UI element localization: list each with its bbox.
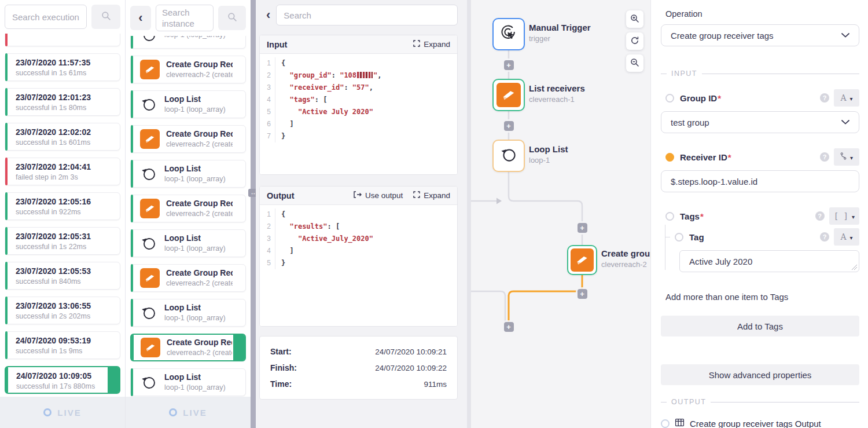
caret-down-icon xyxy=(852,211,855,221)
zoom-in-button[interactable] xyxy=(626,10,643,28)
add-step-button[interactable]: + xyxy=(578,289,587,299)
search-instance-button[interactable] xyxy=(218,6,246,30)
add-more-items-link[interactable]: Add more than one item to Tags xyxy=(665,292,859,302)
code-line: 4 "tags": [ xyxy=(260,94,457,106)
add-step-button[interactable]: + xyxy=(504,60,514,70)
step-subtitle: loop-1 (loop_array) xyxy=(164,174,226,184)
execution-time: 23/07/2020 12:05:31 xyxy=(16,231,106,242)
operation-select[interactable]: Create group receiver tags xyxy=(661,24,859,46)
line-number: 3 xyxy=(260,82,275,94)
refresh-button[interactable] xyxy=(626,32,643,50)
tags-radio[interactable] xyxy=(665,212,674,221)
execution-item[interactable]: 23/07/2020 12:05:16 successful in 922ms xyxy=(5,192,120,220)
group-id-radio[interactable] xyxy=(665,94,674,103)
receiver-id-value: $.steps.loop-1.value.id xyxy=(671,177,757,186)
tag-radio[interactable] xyxy=(675,233,683,242)
add-step-button[interactable]: + xyxy=(504,322,514,332)
resize-grip-icon[interactable] xyxy=(852,265,857,270)
group-id-type-selector[interactable]: A xyxy=(834,89,859,107)
steps-header: ‹ Search instance xyxy=(126,0,251,36)
expand-label: Expand xyxy=(424,40,450,49)
status-bar xyxy=(131,368,133,396)
stat-value: 24/07/2020 10:09:21 xyxy=(375,347,447,356)
collapse-steps-button[interactable]: ‹ xyxy=(266,9,270,21)
status-bar xyxy=(5,158,8,185)
line-number: 4 xyxy=(260,94,275,106)
step-item[interactable]: Create Group Receiver ... cleverreach-2 … xyxy=(130,125,246,153)
cleverreach-icon xyxy=(140,60,160,79)
live-label: LIVE xyxy=(183,408,207,418)
add-step-button[interactable]: + xyxy=(578,223,587,233)
output-tree-root-row[interactable]: Create group receiver tags Output xyxy=(661,418,859,428)
help-icon[interactable] xyxy=(815,211,825,221)
receiver-id-indicator[interactable] xyxy=(665,153,674,162)
step-item[interactable]: Create Group Receiver ... cleverreach-2 … xyxy=(130,56,246,83)
execution-item[interactable]: 24/07/2020 09:53:19 successful in 1s 9ms xyxy=(5,331,120,359)
receiver-id-input[interactable]: $.steps.loop-1.value.id xyxy=(661,170,859,192)
step-item[interactable]: loop-1 (loop_array) xyxy=(130,36,246,49)
use-output-button[interactable]: Use output xyxy=(354,191,403,200)
steps-column: ‹ Search instance loop-1 (loop_array) Cr… xyxy=(126,0,251,428)
tags-type-selector[interactable]: [ ] xyxy=(829,207,859,225)
node-loop-list[interactable] xyxy=(492,140,525,172)
step-item[interactable]: Create Group Receiver ... cleverreach-2 … xyxy=(130,264,246,292)
execution-item[interactable]: 23/07/2020 11:57:35 successful in 1s 61m… xyxy=(5,53,120,81)
search-io-input[interactable] xyxy=(276,5,458,25)
live-toggle-steps[interactable]: LIVE xyxy=(126,397,251,428)
help-icon[interactable] xyxy=(820,152,829,162)
show-advanced-properties-button[interactable]: Show advanced properties xyxy=(661,364,859,385)
status-bar xyxy=(131,299,133,327)
line-number: 1 xyxy=(260,57,275,69)
search-executions-button[interactable] xyxy=(91,5,120,29)
node-label-list-receivers: List receivers cleverreach-1 xyxy=(529,83,585,105)
step-subtitle: loop-1 (loop_array) xyxy=(164,383,226,393)
tag-textarea[interactable]: Active July 2020 xyxy=(679,250,859,272)
group-id-select[interactable]: test group xyxy=(661,111,859,133)
output-tree: Create group receiver tags Output [ ] re… xyxy=(661,418,859,428)
tree-toggle[interactable] xyxy=(661,419,670,428)
execution-item[interactable]: 23/07/2020 12:05:53 successful in 840ms xyxy=(5,262,120,290)
live-toggle-executions[interactable]: LIVE xyxy=(0,397,125,428)
step-item[interactable]: Loop List loop-1 (loop_array) xyxy=(130,160,246,188)
execution-item[interactable]: 23/07/2020 12:02:02 successful in 1s 601… xyxy=(5,123,120,151)
code-line: 2 "results": [ xyxy=(260,221,457,233)
search-instance-input[interactable]: Search instance xyxy=(156,5,214,31)
zoom-out-button[interactable] xyxy=(626,54,643,72)
node-manual-trigger[interactable] xyxy=(492,18,525,50)
output-panel-title: Output xyxy=(267,191,295,200)
status-bar xyxy=(5,123,8,151)
execution-item[interactable]: 23/07/2020 13:06:55 successful in 2s 202… xyxy=(5,297,120,324)
step-item[interactable]: Loop List loop-1 (loop_array) xyxy=(130,90,246,118)
step-item[interactable]: Loop List loop-1 (loop_array) xyxy=(130,299,246,327)
execution-item[interactable]: 23/07/2020 12:05:31 successful in 1s 22m… xyxy=(5,227,120,255)
execution-time: 23/07/2020 12:05:53 xyxy=(16,266,106,277)
loop-icon xyxy=(140,36,158,44)
add-to-tags-button[interactable]: Add to Tags xyxy=(661,316,859,336)
expand-output-button[interactable]: Expand xyxy=(413,191,450,200)
expand-input-button[interactable]: Expand xyxy=(413,40,450,49)
tag-type-selector[interactable]: A xyxy=(834,228,859,246)
step-subtitle: cleverreach-2 (create_grou... xyxy=(166,279,233,288)
execution-item[interactable]: failed step in 168ms xyxy=(5,34,120,46)
panel-divider xyxy=(467,0,471,428)
node-list-receivers[interactable] xyxy=(492,79,525,111)
loop-icon xyxy=(140,96,158,114)
add-step-button[interactable]: + xyxy=(504,121,514,131)
receiver-id-type-selector[interactable] xyxy=(834,148,859,166)
execution-item[interactable]: 23/07/2020 12:01:23 successful in 1s 80m… xyxy=(5,88,120,116)
step-item[interactable]: Create Group Recei... cleverreach-2 (cre… xyxy=(130,334,246,361)
execution-item[interactable]: 23/07/2020 12:04:41 failed step in 2m 3s xyxy=(5,158,120,185)
help-icon[interactable] xyxy=(820,93,829,103)
execution-item[interactable]: 24/07/2020 10:09:05 successful in 17s 88… xyxy=(5,366,120,394)
tag-label: Tag xyxy=(689,232,704,242)
search-executions-input[interactable] xyxy=(5,5,87,29)
node-create-group-receiver-tags[interactable] xyxy=(567,245,597,275)
step-item[interactable]: Loop List loop-1 (loop_array) xyxy=(130,368,246,396)
step-item[interactable]: Loop List loop-1 (loop_array) xyxy=(130,229,246,257)
table-icon xyxy=(675,418,685,428)
group-id-label: Group ID* xyxy=(680,93,721,103)
step-item[interactable]: Create Group Receiver ... cleverreach-2 … xyxy=(130,195,246,222)
stat-value: 911ms xyxy=(424,380,447,389)
help-icon[interactable] xyxy=(820,232,829,242)
collapse-executions-button[interactable]: ‹ xyxy=(130,6,151,30)
